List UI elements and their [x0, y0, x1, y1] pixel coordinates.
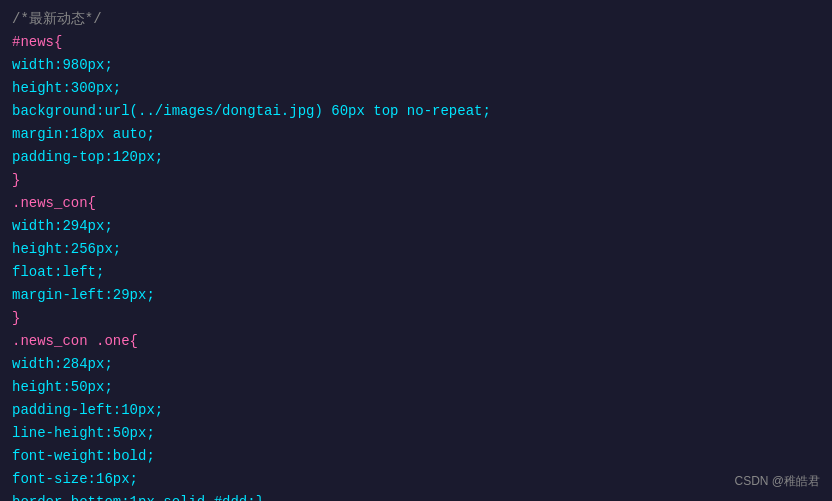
code-line: width:284px;	[12, 353, 820, 376]
code-line: float:left;	[12, 261, 820, 284]
code-line: #news{	[12, 31, 820, 54]
code-line: }	[12, 307, 820, 330]
code-line: height:256px;	[12, 238, 820, 261]
watermark: CSDN @稚皓君	[734, 470, 820, 493]
code-line: height:50px;	[12, 376, 820, 399]
code-brace: }	[12, 172, 20, 188]
code-content: /*最新动态*/#news{width:980px;height:300px;b…	[12, 8, 820, 501]
code-line: margin:18px auto;	[12, 123, 820, 146]
code-selector: #news{	[12, 34, 62, 50]
code-line: background:url(../images/dongtai.jpg) 60…	[12, 100, 820, 123]
code-line: .news_con{	[12, 192, 820, 215]
code-line: font-size:16px;	[12, 468, 820, 491]
code-line: border-bottom:1px solid #ddd;}	[12, 491, 820, 501]
code-property: margin-left:29px;	[12, 287, 155, 303]
code-property: height:300px;	[12, 80, 121, 96]
code-line: height:300px;	[12, 77, 820, 100]
code-line: margin-left:29px;	[12, 284, 820, 307]
code-property: padding-left:10px;	[12, 402, 163, 418]
code-line: }	[12, 169, 820, 192]
code-property: height:256px;	[12, 241, 121, 257]
code-property: border-bottom:1px solid #ddd;}	[12, 494, 264, 501]
code-line: .news_con .one{	[12, 330, 820, 353]
code-line: width:294px;	[12, 215, 820, 238]
code-line: /*最新动态*/	[12, 8, 820, 31]
code-property: width:284px;	[12, 356, 113, 372]
code-line: font-weight:bold;	[12, 445, 820, 468]
code-property: margin:18px auto;	[12, 126, 155, 142]
code-property: font-weight:bold;	[12, 448, 155, 464]
code-line: line-height:50px;	[12, 422, 820, 445]
code-editor: /*最新动态*/#news{width:980px;height:300px;b…	[0, 0, 832, 501]
code-property: width:294px;	[12, 218, 113, 234]
code-property: padding-top:120px;	[12, 149, 163, 165]
code-line: padding-left:10px;	[12, 399, 820, 422]
code-property: float:left;	[12, 264, 104, 280]
code-property: line-height:50px;	[12, 425, 155, 441]
code-property: height:50px;	[12, 379, 113, 395]
code-selector: .news_con{	[12, 195, 96, 211]
code-comment: /*最新动态*/	[12, 11, 102, 27]
code-property: width:980px;	[12, 57, 113, 73]
code-property: font-size:16px;	[12, 471, 138, 487]
code-line: width:980px;	[12, 54, 820, 77]
code-brace: }	[12, 310, 20, 326]
code-selector: .news_con .one{	[12, 333, 138, 349]
code-property: background:url(../images/dongtai.jpg) 60…	[12, 103, 491, 119]
code-line: padding-top:120px;	[12, 146, 820, 169]
